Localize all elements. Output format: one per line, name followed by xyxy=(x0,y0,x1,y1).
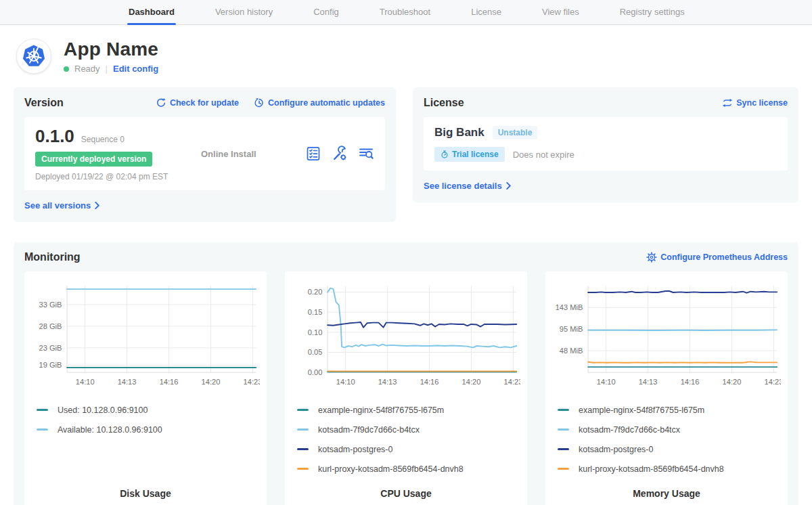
legend-item: Used: 10.128.0.96:9100 xyxy=(37,400,254,420)
svg-text:14:23: 14:23 xyxy=(765,378,781,386)
legend-item: example-nginx-54f8f76755-l675m xyxy=(297,400,515,420)
memory-usage-title: Memory Usage xyxy=(552,479,781,499)
tab-view-files[interactable]: View files xyxy=(541,7,581,24)
chevron-right-icon xyxy=(94,202,100,209)
see-all-versions-link[interactable]: See all versions xyxy=(24,200,100,211)
cpu-usage-card: 14:1014:1314:1614:2014:230.200.150.100.0… xyxy=(285,271,527,505)
svg-text:48 MiB: 48 MiB xyxy=(560,347,583,355)
disk-usage-title: Disk Usage xyxy=(31,479,260,499)
svg-text:14:13: 14:13 xyxy=(118,378,137,386)
legend-swatch xyxy=(558,409,569,411)
sequence-label: Sequence 0 xyxy=(81,135,125,144)
cpu-usage-chart: 14:1014:1314:1614:2014:230.200.150.100.0… xyxy=(292,280,520,389)
legend-swatch xyxy=(297,468,309,470)
svg-text:19 GiB: 19 GiB xyxy=(39,361,62,369)
edit-config-link[interactable]: Edit config xyxy=(113,64,158,74)
svg-text:14:16: 14:16 xyxy=(160,378,179,386)
legend-swatch xyxy=(558,448,569,450)
tab-dashboard[interactable]: Dashboard xyxy=(127,7,176,24)
sync-icon xyxy=(722,97,733,108)
tab-config[interactable]: Config xyxy=(312,7,340,24)
divider: | xyxy=(106,64,108,74)
tab-registry-settings[interactable]: Registry settings xyxy=(618,7,686,24)
customer-name: Big Bank xyxy=(434,126,484,139)
expiry-label: Does not expire xyxy=(513,150,574,160)
preflight-checks-icon[interactable] xyxy=(305,146,321,162)
kubernetes-icon xyxy=(22,44,46,68)
legend-item: kotsadm-postgres-0 xyxy=(558,439,775,459)
legend-item: kotsadm-7f9dc7d66c-b4tcx xyxy=(558,420,775,439)
svg-text:28 GiB: 28 GiB xyxy=(39,322,62,330)
svg-text:23 GiB: 23 GiB xyxy=(39,344,62,352)
check-for-update-button[interactable]: Check for update xyxy=(156,97,239,108)
svg-text:14:13: 14:13 xyxy=(639,378,658,386)
svg-text:14:10: 14:10 xyxy=(597,378,616,386)
svg-text:14:10: 14:10 xyxy=(76,378,95,386)
stopwatch-icon xyxy=(441,150,449,158)
install-type-label: Online Install xyxy=(201,149,305,159)
version-number: 0.1.0 xyxy=(35,126,74,147)
app-logo xyxy=(16,39,51,74)
refresh-icon xyxy=(156,97,166,108)
legend-swatch xyxy=(37,429,48,431)
svg-text:33 GiB: 33 GiB xyxy=(39,301,62,309)
status-badge: Ready xyxy=(74,64,100,74)
tab-version-history[interactable]: Version history xyxy=(214,7,274,24)
svg-text:0.05: 0.05 xyxy=(308,348,323,356)
svg-text:14:20: 14:20 xyxy=(202,378,221,386)
memory-usage-legend: example-nginx-54f8f76755-l675mkotsadm-7f… xyxy=(552,400,781,479)
svg-text:14:20: 14:20 xyxy=(462,378,481,386)
svg-text:0.00: 0.00 xyxy=(308,368,323,376)
legend-swatch xyxy=(297,429,309,431)
disk-usage-legend: Used: 10.128.0.96:9100Available: 10.128.… xyxy=(31,400,260,439)
legend-swatch xyxy=(558,468,569,470)
memory-usage-card: 14:1014:1314:1614:2014:23143 MiB95 MiB48… xyxy=(545,271,788,505)
legend-item: kotsadm-postgres-0 xyxy=(297,439,515,459)
sync-license-button[interactable]: Sync license xyxy=(722,97,788,108)
tab-troubleshoot[interactable]: Troubleshoot xyxy=(378,7,432,24)
app-header: App Name Ready | Edit config xyxy=(0,25,812,82)
configure-prometheus-button[interactable]: Configure Prometheus Address xyxy=(646,252,788,263)
svg-text:14:13: 14:13 xyxy=(378,378,397,386)
legend-swatch xyxy=(297,409,309,411)
svg-text:14:23: 14:23 xyxy=(244,378,260,386)
channel-badge: Unstable xyxy=(493,126,538,139)
legend-item: kurl-proxy-kotsadm-8569fb6454-dnvh8 xyxy=(297,459,515,479)
legend-item: Available: 10.128.0.96:9100 xyxy=(37,420,254,439)
config-wrench-icon[interactable] xyxy=(332,146,348,162)
disk-usage-card: 14:1014:1314:1614:2014:2333 GiB28 GiB23 … xyxy=(24,271,267,505)
svg-text:0.10: 0.10 xyxy=(308,328,323,336)
configure-automatic-updates-button[interactable]: Configure automatic updates xyxy=(254,97,385,108)
gear-icon xyxy=(646,252,657,263)
tab-license[interactable]: License xyxy=(470,7,503,24)
license-type-badge: Trial license xyxy=(434,147,505,162)
chevron-right-icon xyxy=(505,182,512,190)
license-details: Big Bank Unstable Trial license Does not… xyxy=(424,117,788,171)
deployed-timestamp: Deployed 01/19/22 @ 02:04 pm EST xyxy=(35,172,201,181)
clock-refresh-icon xyxy=(254,97,265,108)
svg-text:0.15: 0.15 xyxy=(308,308,323,316)
deploy-logs-icon[interactable] xyxy=(358,146,374,162)
cpu-usage-title: CPU Usage xyxy=(292,479,520,499)
cpu-usage-legend: example-nginx-54f8f76755-l675mkotsadm-7f… xyxy=(292,400,520,479)
legend-swatch xyxy=(37,409,48,411)
svg-text:95 MiB: 95 MiB xyxy=(560,325,583,333)
top-nav: DashboardVersion historyConfigTroublesho… xyxy=(0,0,812,25)
legend-swatch xyxy=(558,429,569,431)
disk-usage-chart: 14:1014:1314:1614:2014:2333 GiB28 GiB23 … xyxy=(31,280,260,389)
license-card: License Sync license Big Bank Unstable xyxy=(413,87,798,202)
legend-item: kotsadm-7f9dc7d66c-b4tcx xyxy=(297,420,515,439)
memory-usage-chart: 14:1014:1314:1614:2014:23143 MiB95 MiB48… xyxy=(552,280,781,389)
legend-item: kurl-proxy-kotsadm-8569fb6454-dnvh8 xyxy=(558,459,775,479)
deployed-badge: Currently deployed version xyxy=(35,152,152,167)
license-card-title: License xyxy=(424,97,464,109)
svg-text:0.20: 0.20 xyxy=(308,288,323,296)
monitoring-title: Monitoring xyxy=(24,251,81,263)
legend-swatch xyxy=(297,448,309,450)
legend-item: example-nginx-54f8f76755-l675m xyxy=(558,400,775,420)
status-dot xyxy=(64,66,69,72)
version-card-title: Version xyxy=(24,97,64,109)
svg-text:143 MiB: 143 MiB xyxy=(556,303,583,311)
page-title: App Name xyxy=(64,39,158,60)
see-license-details-link[interactable]: See license details xyxy=(424,181,512,191)
